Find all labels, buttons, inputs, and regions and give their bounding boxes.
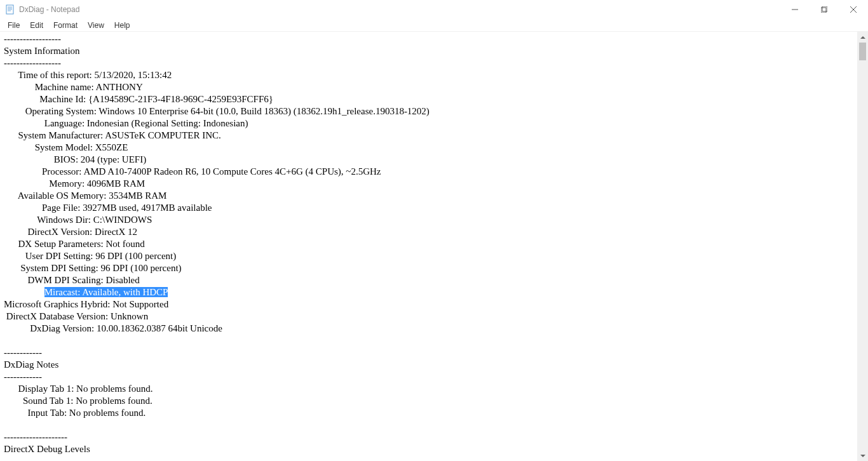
separator: ------------------: [4, 34, 61, 44]
field-label: System DPI Setting:: [4, 263, 98, 273]
field-label: User DPI Setting:: [4, 251, 93, 261]
minimize-button[interactable]: [780, 0, 810, 19]
field-value: No problems found.: [67, 408, 146, 418]
field-value: 96 DPI (100 percent): [98, 263, 182, 273]
field-value: DirectX 12: [92, 227, 137, 237]
field-value: 4096MB RAM: [85, 178, 145, 189]
field-label: Page File:: [4, 203, 80, 213]
svg-rect-6: [821, 8, 826, 13]
svg-marker-11: [860, 455, 865, 457]
section-title: DxDiag Notes: [4, 359, 58, 370]
field-value: 3534MB RAM: [106, 190, 166, 201]
field-label: Memory:: [4, 178, 85, 189]
field-value: No problems found.: [74, 396, 153, 406]
close-button[interactable]: [839, 0, 868, 19]
menu-help[interactable]: Help: [109, 20, 135, 31]
field-value: Windows 10 Enterprise 64-bit (10.0, Buil…: [97, 106, 430, 116]
field-label: Windows Dir:: [4, 215, 91, 225]
pad: [4, 287, 44, 297]
field-label: BIOS:: [4, 154, 78, 164]
field-value: 5/13/2020, 15:13:42: [92, 70, 172, 80]
field-value: 10.00.18362.0387 64bit Unicode: [94, 323, 222, 333]
field-label: Machine Id:: [4, 94, 86, 104]
field-value: ASUSTeK COMPUTER INC.: [103, 130, 221, 140]
menu-edit[interactable]: Edit: [25, 20, 48, 31]
menubar: File Edit Format View Help: [0, 19, 868, 32]
field-label: System Model:: [4, 142, 93, 152]
separator: ------------: [4, 347, 42, 357]
svg-marker-10: [860, 36, 865, 39]
field-label: Input Tab:: [4, 408, 67, 418]
field-value: No problems found.: [74, 384, 153, 394]
field-value: C:\WINDOWS: [91, 215, 152, 225]
field-value: ANTHONY: [94, 82, 143, 92]
window-controls: [780, 0, 868, 19]
field-label: Operating System:: [4, 106, 97, 116]
notepad-icon: [5, 4, 15, 15]
field-label: DirectX Database Version:: [4, 311, 108, 321]
field-label: Processor:: [4, 166, 82, 177]
field-label: Available OS Memory:: [4, 190, 106, 201]
separator: --------------------: [4, 432, 67, 442]
field-label: DirectX Version:: [4, 227, 92, 237]
separator: ------------------: [4, 58, 61, 68]
section-title: DirectX Debug Levels: [4, 444, 90, 454]
field-label: Language:: [4, 118, 85, 128]
field-value: Indonesian (Regional Setting: Indonesian…: [85, 118, 248, 128]
field-label: DxDiag Version:: [4, 323, 94, 333]
menu-view[interactable]: View: [83, 20, 109, 31]
svg-rect-7: [822, 6, 827, 11]
separator: --------------------: [4, 456, 67, 461]
field-value: Unknown: [108, 311, 148, 321]
field-value: 204 (type: UEFI): [78, 154, 146, 164]
field-value: {A194589C-21F3-4F18-969C-4259E93FCFF6}: [86, 94, 273, 104]
window-title: DxDiag - Notepad: [19, 5, 780, 14]
field-value: AMD A10-7400P Radeon R6, 10 Compute Core…: [82, 166, 381, 177]
field-value: 3927MB used, 4917MB available: [80, 203, 212, 213]
menu-file[interactable]: File: [3, 20, 25, 31]
field-label: DX Setup Parameters:: [4, 239, 104, 249]
maximize-button[interactable]: [810, 0, 839, 19]
field-label: Machine name:: [4, 82, 94, 92]
scroll-up-arrow-icon[interactable]: [857, 32, 868, 43]
field-label: Display Tab 1:: [4, 384, 74, 394]
field-label: System Manufacturer:: [4, 130, 103, 140]
field-label: Microsoft Graphics Hybrid:: [4, 299, 110, 309]
scroll-down-arrow-icon[interactable]: [857, 450, 868, 461]
field-label: DWM DPI Scaling:: [4, 275, 104, 285]
menu-format[interactable]: Format: [48, 20, 83, 31]
field-label: Sound Tab 1:: [4, 396, 74, 406]
separator: ------------: [4, 371, 42, 382]
text-editor[interactable]: ------------------ System Information --…: [0, 32, 868, 461]
vertical-scrollbar[interactable]: [857, 32, 868, 461]
selected-text: Miracast: Available, with HDCP: [44, 287, 168, 297]
field-value: Not found: [104, 239, 145, 249]
field-value: 96 DPI (100 percent): [93, 251, 176, 261]
field-value: Disabled: [104, 275, 140, 285]
field-value: Not Supported: [110, 299, 168, 309]
editor-wrap: ------------------ System Information --…: [0, 32, 868, 461]
titlebar: DxDiag - Notepad: [0, 0, 868, 19]
scroll-thumb[interactable]: [859, 43, 866, 60]
field-value: X550ZE: [93, 142, 128, 152]
section-title: System Information: [4, 46, 80, 56]
field-label: Time of this report:: [4, 70, 92, 80]
